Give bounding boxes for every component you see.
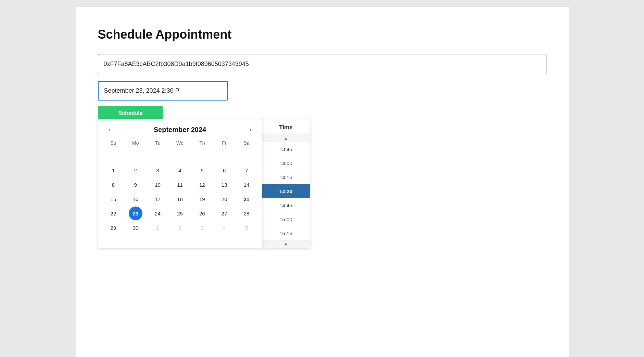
calendar-day <box>151 149 165 163</box>
calendar-day[interactable]: 12 <box>195 178 209 191</box>
calendar-day[interactable]: 8 <box>106 178 120 191</box>
weekday-fr: Fr <box>213 138 236 148</box>
calendar-day[interactable]: 27 <box>217 207 231 220</box>
calendar-month-year: September 2024 <box>154 126 206 134</box>
weekday-mo: Mo <box>124 138 147 148</box>
weekday-sa: Sa <box>236 138 258 148</box>
calendar-day[interactable]: 21 <box>240 192 253 206</box>
calendar-day[interactable]: 23 <box>129 207 142 220</box>
time-item[interactable]: 14:30 <box>262 184 310 198</box>
page-title: Schedule Appointment <box>98 27 546 42</box>
calendar-container: ‹ September 2024 › Su Mo Tu We Th Fr Sa … <box>98 119 262 248</box>
calendar-day <box>195 149 209 163</box>
calendar-day[interactable]: 5 <box>240 221 253 235</box>
weekday-tu: Tu <box>147 138 169 148</box>
time-item[interactable]: 14:15 <box>262 170 310 184</box>
time-item[interactable]: 13:45 <box>262 142 310 156</box>
calendar-day <box>217 149 231 163</box>
schedule-button[interactable]: Schedule <box>98 106 163 120</box>
calendar-day[interactable]: 1 <box>151 221 165 235</box>
time-scroll-up[interactable]: ▲ <box>262 135 310 142</box>
calendar-day[interactable]: 14 <box>240 178 253 191</box>
weekday-su: Su <box>102 138 125 148</box>
calendar-day[interactable]: 19 <box>195 192 209 206</box>
calendar-day[interactable]: 7 <box>240 163 253 177</box>
calendar-day[interactable]: 24 <box>151 207 165 220</box>
calendar-day[interactable]: 2 <box>129 163 142 177</box>
calendar-header: ‹ September 2024 › <box>98 119 262 138</box>
page-container: Schedule Appointment Schedule ‹ Septembe… <box>76 7 569 357</box>
calendar-day[interactable]: 4 <box>217 221 231 235</box>
calendar-day[interactable]: 16 <box>129 192 142 206</box>
calendar-day[interactable]: 29 <box>106 221 120 235</box>
prev-month-button[interactable]: ‹ <box>105 125 114 135</box>
calendar-weekdays: Su Mo Tu We Th Fr Sa <box>98 138 262 148</box>
calendar-day[interactable]: 9 <box>129 178 142 191</box>
time-picker-header: Time <box>262 119 310 135</box>
calendar-day[interactable]: 25 <box>173 207 187 220</box>
picker-wrapper: ‹ September 2024 › Su Mo Tu We Th Fr Sa … <box>98 119 546 248</box>
calendar-day <box>106 149 120 163</box>
calendar-day[interactable]: 28 <box>240 207 253 220</box>
calendar-day[interactable]: 17 <box>151 192 165 206</box>
address-input[interactable] <box>98 54 546 74</box>
calendar-day[interactable]: 13 <box>217 178 231 191</box>
calendar-day[interactable]: 10 <box>151 178 165 191</box>
calendar-day[interactable]: 30 <box>129 221 142 235</box>
calendar-day <box>129 149 142 163</box>
calendar-day[interactable]: 5 <box>195 163 209 177</box>
calendar-day[interactable]: 6 <box>217 163 231 177</box>
calendar-days: 1234567891011121314151617181920212223242… <box>98 149 262 235</box>
next-month-button[interactable]: › <box>246 125 255 135</box>
time-list: 13:4514:0014:1514:3014:4515:0015:15 <box>262 142 310 240</box>
time-item[interactable]: 14:45 <box>262 198 310 212</box>
calendar-day <box>240 149 253 163</box>
weekday-th: Th <box>191 138 213 148</box>
calendar-day[interactable]: 15 <box>106 192 120 206</box>
datetime-input[interactable] <box>98 81 228 101</box>
calendar-day[interactable]: 3 <box>195 221 209 235</box>
calendar-day[interactable]: 18 <box>173 192 187 206</box>
calendar-day[interactable]: 3 <box>151 163 165 177</box>
calendar-day[interactable]: 1 <box>106 163 120 177</box>
calendar-day <box>173 149 187 163</box>
weekday-we: We <box>169 138 191 148</box>
calendar-day[interactable]: 4 <box>173 163 187 177</box>
calendar-day[interactable]: 20 <box>217 192 231 206</box>
time-scroll-down[interactable]: ▼ <box>262 240 310 248</box>
calendar-day[interactable]: 2 <box>173 221 187 235</box>
time-item[interactable]: 14:00 <box>262 156 310 170</box>
time-picker: Time ▲ 13:4514:0014:1514:3014:4515:0015:… <box>262 119 310 248</box>
time-item[interactable]: 15:15 <box>262 226 310 240</box>
time-item[interactable]: 15:00 <box>262 212 310 226</box>
calendar-day[interactable]: 11 <box>173 178 187 191</box>
calendar-day[interactable]: 26 <box>195 207 209 220</box>
calendar-day[interactable]: 22 <box>106 207 120 220</box>
